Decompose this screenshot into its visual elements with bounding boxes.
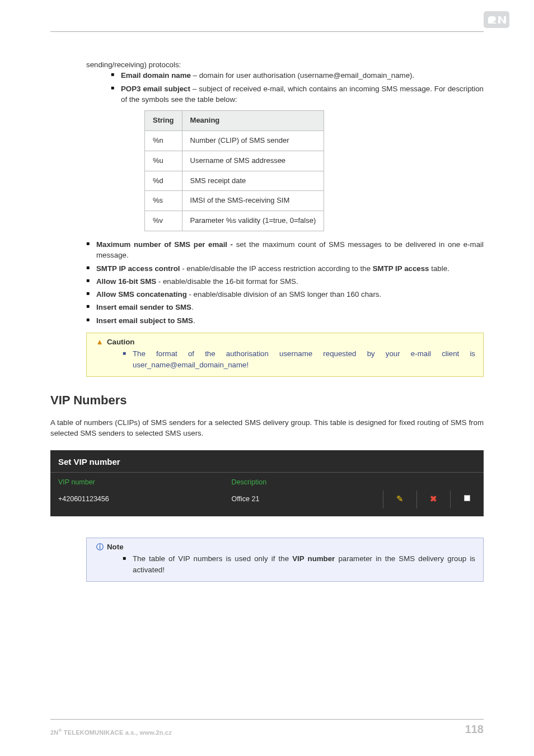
caution-title: ▲Caution [95, 337, 475, 347]
bullet-email-domain: Email domain name – domain for user auth… [111, 70, 484, 81]
bullet-concat: Allow SMS concatenating - enable/disable… [86, 289, 484, 300]
stop-icon [464, 495, 470, 501]
t: - enable/disable the IP access restricti… [180, 264, 373, 273]
b2: SMTP IP access [373, 264, 429, 273]
vip-th-blank1 [383, 473, 416, 491]
bullet-text: – domain for user authorisation (usernam… [191, 71, 414, 80]
table-row: %dSMS receipt date [145, 171, 324, 191]
t: - enable/disable the 16-bit format for S… [156, 277, 298, 286]
note-bold: VIP number [292, 554, 335, 563]
brand-logo [484, 11, 509, 28]
bullet-smtp-access: SMTP IP access control - enable/disable … [86, 263, 484, 274]
footer-left: 2N® TELEKOMUNIKACE a.s., www.2n.cz [50, 728, 172, 736]
b: Insert email sender to SMS [96, 303, 191, 311]
cell: %v [145, 211, 182, 231]
b: Allow SMS concatenating [96, 290, 187, 298]
th-meaning: Meaning [182, 111, 324, 131]
footer-company: TELEKOMUNIKACE a.s., www.2n.cz [62, 729, 172, 736]
edit-icon: ✎ [396, 494, 404, 503]
bullet-label: POP3 email subject [121, 85, 190, 93]
caution-text: The format of the authorisation username… [123, 348, 475, 371]
th-string: String [145, 111, 182, 131]
cell: %s [145, 191, 182, 211]
vip-row: +420601123456 Office 21 ✎ ✖ [50, 491, 484, 508]
vip-panel-title: Set VIP number [50, 450, 484, 473]
b: SMTP IP access control [96, 264, 180, 273]
table-row: %uUsername of SMS addressee [145, 151, 324, 171]
cell: SMS receipt date [182, 171, 324, 191]
cell: IMSI of the SMS-receiving SIM [182, 191, 324, 211]
bullet-pop3-subject: POP3 email subject – subject of received… [111, 83, 484, 105]
note-title: ⓘNote [95, 542, 475, 552]
vip-delete-cell[interactable]: ✖ [416, 491, 450, 508]
t2: table. [429, 264, 449, 273]
section-heading: VIP Numbers [50, 391, 484, 409]
bullet-max-sms: Maximum number of SMS per email - set th… [86, 239, 484, 261]
note-title-text: Note [107, 543, 124, 551]
b: Insert email subject to SMS [96, 316, 193, 325]
t: - enable/disable division of an SMS long… [187, 290, 381, 298]
t: . [191, 303, 194, 311]
table-row: %sIMSI of the SMS-receiving SIM [145, 191, 324, 211]
vip-th-number: VIP number [50, 473, 224, 491]
section-paragraph: A table of numbers (CLIPs) of SMS sender… [50, 417, 484, 439]
info-icon: ⓘ [95, 542, 105, 552]
page-number: 118 [465, 723, 484, 736]
header-rule [50, 31, 484, 32]
note-text: The table of VIP numbers is used only if… [123, 553, 475, 576]
delete-icon: ✖ [430, 494, 437, 503]
cell: %n [145, 130, 182, 151]
intro-line: sending/receiving) protocols: [86, 59, 484, 70]
table-row: %nNumber (CLIP) of SMS sender [145, 130, 324, 151]
warning-icon: ▲ [95, 337, 105, 347]
bullet-insert-subject: Insert email subject to SMS. [86, 315, 484, 326]
symbols-table: String Meaning %nNumber (CLIP) of SMS se… [144, 110, 324, 231]
page-footer: 2N® TELEKOMUNIKACE a.s., www.2n.cz 118 [50, 719, 484, 736]
cell: %u [145, 151, 182, 171]
vip-panel: Set VIP number VIP number Description +4… [50, 450, 484, 517]
cell: Parameter %s validity (1=true, 0=false) [182, 211, 324, 231]
cell: Username of SMS addressee [182, 151, 324, 171]
note-pre: The table of VIP numbers is used only if… [133, 554, 292, 563]
vip-th-blank2 [416, 473, 450, 491]
cell: Number (CLIP) of SMS sender [182, 130, 324, 151]
caution-admonition: ▲Caution The format of the authorisation… [86, 333, 484, 377]
vip-stop-cell[interactable] [450, 491, 484, 508]
caution-title-text: Caution [107, 338, 135, 346]
note-admonition: ⓘNote The table of VIP numbers is used o… [86, 538, 484, 582]
vip-edit-cell[interactable]: ✎ [383, 491, 416, 508]
b: Maximum number of SMS per email - [96, 240, 236, 249]
cell: %d [145, 171, 182, 191]
footer-brand: 2N [50, 729, 58, 736]
table-row: %vParameter %s validity (1=true, 0=false… [145, 211, 324, 231]
bullet-16bit: Allow 16-bit SMS - enable/disable the 16… [86, 276, 484, 287]
b: Allow 16-bit SMS [96, 277, 156, 286]
vip-number-cell: +420601123456 [50, 491, 224, 508]
bullet-insert-sender: Insert email sender to SMS. [86, 302, 484, 312]
vip-th-blank3 [450, 473, 484, 491]
vip-desc-cell: Office 21 [224, 491, 383, 508]
t: . [193, 316, 195, 325]
vip-th-desc: Description [224, 473, 383, 491]
bullet-label: Email domain name [121, 71, 191, 80]
